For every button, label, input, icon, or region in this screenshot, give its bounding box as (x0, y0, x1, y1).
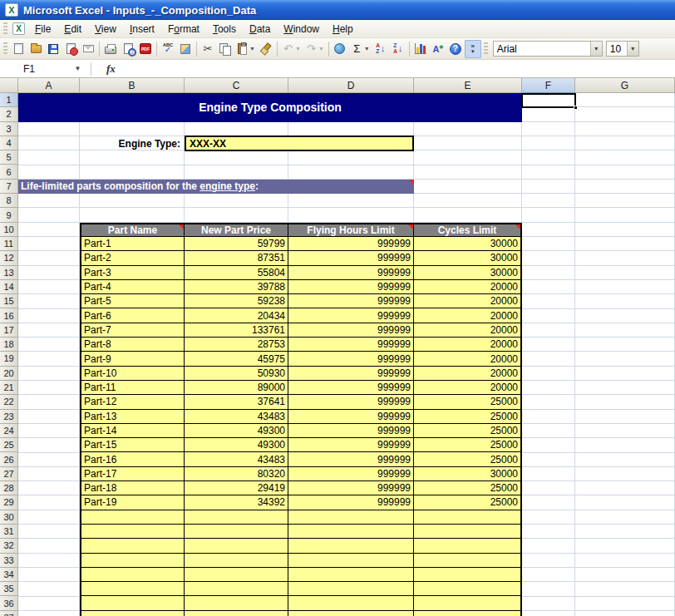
table-cell[interactable]: 43483 (185, 452, 288, 466)
chevron-down-icon[interactable]: ▼ (295, 46, 301, 52)
table-cell[interactable]: 133761 (185, 323, 288, 338)
insert-function-button[interactable]: fx (98, 62, 124, 76)
column-header-C[interactable]: C (185, 78, 288, 93)
save-button[interactable] (45, 40, 62, 58)
table-cell[interactable]: 37641 (185, 395, 288, 409)
table-cell[interactable]: 999999 (288, 352, 414, 366)
row-header-35[interactable]: 35 (0, 582, 18, 596)
table-cell[interactable]: 999999 (288, 308, 414, 323)
research-button[interactable] (177, 40, 194, 58)
row-header-30[interactable]: 30 (0, 510, 18, 525)
row-header-32[interactable]: 32 (0, 539, 18, 553)
row-header-22[interactable]: 22 (0, 395, 18, 409)
table-cell[interactable]: Part-10 (80, 367, 185, 381)
table-cell[interactable] (80, 568, 185, 582)
toolbar-options-button[interactable]: »▼ (465, 40, 481, 58)
chevron-down-icon[interactable]: ▼ (249, 46, 255, 52)
menu-item-edit[interactable]: Edit (57, 21, 88, 37)
table-cell[interactable] (185, 582, 288, 596)
table-cell[interactable]: Part-4 (80, 280, 185, 294)
table-cell[interactable]: Part-8 (80, 338, 185, 352)
table-cell[interactable] (414, 582, 522, 596)
name-box-dropdown[interactable]: ▼ (71, 62, 84, 76)
table-cell[interactable]: 28753 (185, 338, 288, 352)
table-cell[interactable]: 20000 (414, 352, 522, 366)
redo-button[interactable]: ↷▼ (303, 40, 326, 58)
paste-button[interactable]: ▼ (234, 40, 257, 58)
table-cell[interactable] (288, 539, 414, 553)
format-painter-button[interactable] (258, 40, 274, 58)
table-cell[interactable]: 20000 (414, 367, 522, 381)
spelling-button[interactable]: ABC✓ (160, 40, 176, 58)
row-header-9[interactable]: 9 (0, 208, 18, 222)
table-cell[interactable]: 999999 (288, 266, 414, 280)
table-cell[interactable]: 25000 (414, 438, 522, 452)
table-cell[interactable] (80, 611, 185, 616)
table-cell[interactable]: 999999 (288, 237, 414, 251)
row-header-26[interactable]: 26 (0, 452, 18, 466)
menu-item-window[interactable]: Window (277, 21, 326, 37)
row-header-19[interactable]: 19 (0, 352, 18, 366)
table-cell[interactable]: 55804 (185, 266, 288, 280)
table-cell[interactable] (288, 554, 414, 568)
table-cell[interactable]: 89000 (185, 381, 288, 395)
table-cell[interactable]: Part-2 (80, 251, 185, 265)
row-header-36[interactable]: 36 (0, 596, 18, 610)
column-header-G[interactable]: G (575, 78, 675, 93)
table-cell[interactable]: Part-1 (80, 237, 185, 251)
engine-type-label[interactable]: Engine Type: (80, 136, 185, 150)
email-button[interactable] (80, 40, 96, 58)
table-cell[interactable] (185, 510, 288, 525)
table-cell[interactable]: 30000 (414, 251, 522, 265)
table-cell[interactable] (80, 510, 185, 525)
font-name-combo[interactable]: Arial ▼ (493, 41, 603, 57)
open-button[interactable] (27, 40, 44, 58)
new-button[interactable] (10, 40, 27, 58)
table-cell[interactable]: 999999 (288, 467, 414, 481)
chart-wizard-button[interactable] (412, 40, 429, 58)
table-cell[interactable]: 999999 (288, 438, 414, 452)
table-cell[interactable]: 43483 (185, 410, 288, 424)
column-header-A[interactable]: A (18, 78, 80, 93)
row-header-8[interactable]: 8 (0, 194, 18, 208)
table-cell[interactable]: 39788 (185, 280, 288, 294)
row-header-31[interactable]: 31 (0, 525, 18, 539)
row-header-1[interactable]: 1 (0, 93, 18, 107)
table-cell[interactable]: Part-7 (80, 323, 185, 338)
table-cell[interactable]: 30000 (414, 237, 522, 251)
table-cell[interactable] (80, 582, 185, 596)
table-cell[interactable] (185, 596, 288, 610)
print-button[interactable] (102, 40, 119, 58)
copy-button[interactable] (217, 40, 234, 58)
row-header-20[interactable]: 20 (0, 367, 18, 381)
table-cell[interactable] (185, 525, 288, 539)
fill-handle[interactable] (574, 106, 578, 110)
table-cell[interactable]: 20000 (414, 308, 522, 323)
name-box[interactable]: F1 (0, 63, 71, 75)
menu-item-tools[interactable]: Tools (206, 21, 243, 37)
table-cell[interactable]: Part-14 (80, 424, 185, 438)
table-cell[interactable] (80, 554, 185, 568)
table-cell[interactable]: 25000 (414, 495, 522, 510)
table-cell[interactable]: 999999 (288, 410, 414, 424)
row-header-13[interactable]: 13 (0, 266, 18, 280)
table-cell[interactable]: 999999 (288, 338, 414, 352)
table-cell[interactable]: 59799 (185, 237, 288, 251)
table-cell[interactable]: 999999 (288, 452, 414, 466)
table-cell[interactable] (288, 568, 414, 582)
sheet-title-banner[interactable]: Engine Type Composition (18, 93, 522, 122)
table-cell[interactable]: 87351 (185, 251, 288, 265)
table-cell[interactable]: 999999 (288, 294, 414, 308)
chevron-down-icon[interactable]: ▼ (590, 42, 602, 56)
selected-cell-F1[interactable] (521, 93, 576, 108)
row-header-2[interactable]: 2 (0, 107, 18, 121)
column-header-E[interactable]: E (414, 78, 522, 93)
menu-item-insert[interactable]: Insert (123, 21, 161, 37)
table-cell[interactable]: 20000 (414, 323, 522, 338)
table-cell[interactable]: 999999 (288, 495, 414, 510)
table-cell[interactable]: 34392 (185, 495, 288, 510)
table-cell[interactable]: 999999 (288, 367, 414, 381)
font-size-combo[interactable]: 10 ▼ (606, 41, 639, 57)
table-cell[interactable]: Part-17 (80, 467, 185, 481)
table-cell[interactable] (288, 582, 414, 596)
